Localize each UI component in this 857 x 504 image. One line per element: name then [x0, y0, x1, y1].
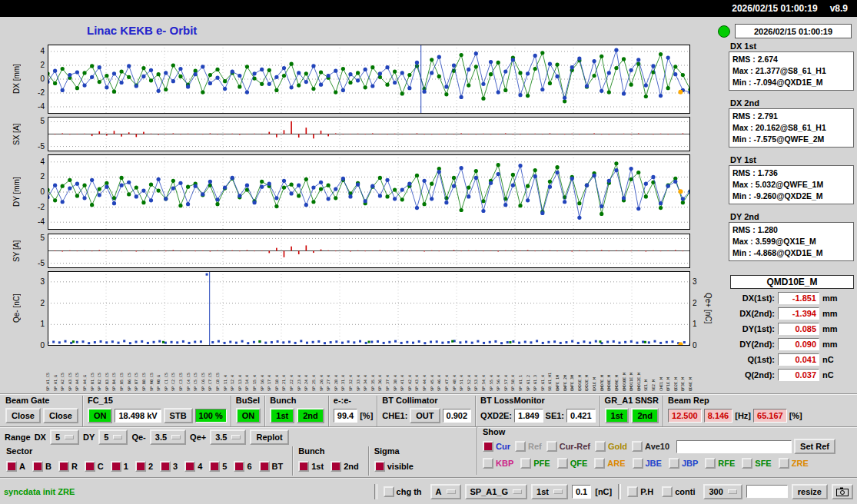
chart-sx-plot[interactable] [48, 117, 690, 151]
show-jbe-item[interactable]: JBE [633, 458, 662, 469]
show-qfe-item[interactable]: QFE [557, 458, 588, 469]
sector-3-checkbox[interactable] [160, 461, 171, 472]
range-qem-select[interactable]: 3.5 [150, 429, 186, 445]
interval-select[interactable]: 300 [703, 484, 742, 499]
interval-input[interactable] [746, 485, 788, 498]
sector-c-item[interactable]: C [85, 461, 104, 472]
sector-3-item[interactable]: 3 [160, 461, 178, 472]
sector-a-checkbox[interactable] [6, 461, 17, 472]
monitor-x-label: SP_B8_C5 [141, 349, 146, 391]
bunch-1st-button[interactable]: 1st [270, 408, 294, 423]
bunch-2nd-item[interactable]: 2nd [331, 461, 359, 472]
show-gold-item[interactable]: Gold [595, 441, 627, 452]
show-sfe-item[interactable]: SFE [742, 458, 771, 469]
show-zre-item[interactable]: ZRE [779, 458, 809, 469]
ph-checkbox[interactable] [627, 486, 638, 497]
sector-c-checkbox[interactable] [85, 461, 95, 472]
chart-dx[interactable]: 420-2-4DX [mm] [0, 45, 719, 114]
conti-toggle[interactable]: conti [662, 486, 695, 497]
show-kbp-item[interactable]: KBP [483, 458, 513, 469]
busel-on-button[interactable]: ON [236, 408, 261, 423]
sector-select[interactable]: A [430, 484, 461, 499]
chg-th-checkbox[interactable] [384, 486, 394, 497]
sector-5-checkbox[interactable] [209, 461, 220, 472]
sigma-visible-checkbox[interactable] [374, 461, 385, 472]
show-ref-checkbox[interactable] [515, 441, 526, 452]
sector-2-item[interactable]: 2 [135, 461, 153, 472]
show-cur-ref-checkbox[interactable] [546, 441, 557, 452]
show-cur-item[interactable]: Cur [483, 441, 510, 452]
sector-5-item[interactable]: 5 [209, 461, 227, 472]
sector-4-item[interactable]: 4 [184, 461, 202, 472]
chart-dy-plot[interactable] [48, 154, 690, 230]
range-dx-select[interactable]: 5 [50, 429, 79, 445]
sector-r-checkbox[interactable] [58, 461, 69, 472]
chart-q-plot[interactable] [48, 271, 690, 346]
page-title: Linac KEKB e- Orbit [87, 24, 197, 37]
sector-6-checkbox[interactable] [234, 461, 244, 472]
gr-a1-2nd-button[interactable]: 2nd [631, 408, 659, 423]
beam-gate-close-2-button[interactable]: Close [43, 408, 78, 423]
ref-name-input[interactable] [676, 440, 792, 453]
fc15-on-button[interactable]: ON [88, 408, 113, 423]
show-pfe-item[interactable]: PFE [520, 458, 550, 469]
chart-dy[interactable]: 420-2-4DY [mm] [0, 154, 719, 230]
monitor-select[interactable]: SP_A1_G [465, 484, 528, 499]
bunch-2nd-checkbox[interactable] [331, 461, 341, 472]
show-jbp-item[interactable]: JBP [669, 458, 698, 469]
show-ave10-item[interactable]: Ave10 [632, 441, 669, 452]
show-are-checkbox[interactable] [594, 458, 605, 469]
show-rfe-item[interactable]: RFE [705, 458, 735, 469]
chart-charge[interactable]: 33221100Qe- [nC]Qe+ [nC] [0, 271, 719, 346]
show-sfe-checkbox[interactable] [742, 458, 752, 469]
ph-toggle[interactable]: P.H [627, 486, 653, 497]
snapshot-button[interactable] [832, 484, 853, 499]
show-jbe-checkbox[interactable] [633, 458, 643, 469]
sector-6-item[interactable]: 6 [234, 461, 251, 472]
replot-button[interactable]: Replot [250, 429, 288, 445]
monitor-x-label: QMD11E_M [629, 349, 633, 391]
sector-a-item[interactable]: A [6, 461, 25, 472]
range-dy-select[interactable]: 5 [98, 429, 128, 445]
beam-gate-close-1-button[interactable]: Close [5, 408, 41, 423]
show-ref-item[interactable]: Ref [515, 441, 542, 452]
sigma-visible-item[interactable]: visible [374, 461, 414, 472]
sector-b-checkbox[interactable] [32, 461, 43, 472]
threshold-input[interactable]: 0.1 [572, 485, 591, 499]
show-qfe-checkbox[interactable] [557, 458, 568, 469]
show-cur-ref-item[interactable]: Cur-Ref [546, 441, 590, 452]
set-ref-button[interactable]: Set Ref [794, 439, 835, 454]
resize-button[interactable]: resize [792, 484, 828, 499]
bunch-select[interactable]: 1st [531, 484, 568, 499]
show-jbp-checkbox[interactable] [669, 458, 679, 469]
che1-out-button[interactable]: OUT [410, 408, 440, 423]
sector-r-item[interactable]: R [58, 461, 78, 472]
fc15-stb-button[interactable]: STB [164, 408, 193, 423]
range-qep-select[interactable]: 3.5 [210, 429, 246, 445]
chg-th-toggle[interactable]: chg th [384, 486, 422, 497]
chart-sy-plot[interactable] [48, 234, 690, 268]
show-zre-checkbox[interactable] [779, 458, 789, 469]
show-pfe-checkbox[interactable] [520, 458, 531, 469]
gr-a1-1st-button[interactable]: 1st [605, 408, 629, 423]
bunch-2nd-button[interactable]: 2nd [297, 408, 324, 423]
show-rfe-checkbox[interactable] [705, 458, 716, 469]
sector-1-item[interactable]: 1 [111, 461, 128, 472]
show-cur-checkbox[interactable] [483, 441, 493, 452]
bunch-1st-item[interactable]: 1st [298, 461, 324, 472]
bunch-1st-checkbox[interactable] [298, 461, 309, 472]
sector-b-item[interactable]: B [32, 461, 51, 472]
chart-sx[interactable]: 5-5SX [A] [0, 117, 719, 151]
sector-4-checkbox[interactable] [184, 461, 195, 472]
sector-bt-item[interactable]: BT [259, 461, 284, 472]
show-are-item[interactable]: ARE [594, 458, 625, 469]
show-kbp-checkbox[interactable] [483, 458, 493, 469]
chart-dx-plot[interactable] [48, 45, 690, 114]
chart-sy[interactable]: 5-5SY [A] [0, 234, 719, 268]
sector-bt-checkbox[interactable] [259, 461, 270, 472]
show-ave10-checkbox[interactable] [632, 441, 643, 452]
show-gold-checkbox[interactable] [595, 441, 606, 452]
sector-1-checkbox[interactable] [111, 461, 121, 472]
conti-checkbox[interactable] [662, 486, 673, 497]
sector-2-checkbox[interactable] [135, 461, 146, 472]
